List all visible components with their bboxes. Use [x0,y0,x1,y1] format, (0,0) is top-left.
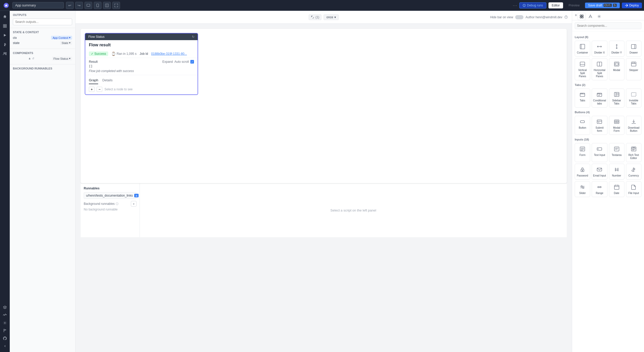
divider-y-component[interactable]: Divider Y [609,41,624,57]
stepper-label: Stepper [629,69,638,78]
vertical-split-component[interactable]: Vertical Split Panes [575,58,590,80]
sidebar-activity-icon[interactable] [1,311,9,319]
divider-x-label: Divider X [594,51,605,54]
desktop-view-button[interactable] [84,2,92,9]
hide-bar-toggle[interactable] [515,15,523,19]
download-button-component[interactable]: Download Button [626,116,641,135]
editor-button[interactable]: Editor [548,2,563,8]
number-component[interactable]: Number [609,164,624,180]
tabs-component[interactable]: Tabs [575,89,590,108]
runnable-item[interactable]: u/henri/tests_documentation_links a [84,192,137,199]
submit-form-component[interactable]: Submit form [592,116,607,135]
svg-point-28 [599,16,600,17]
undo-button[interactable]: ↩ [66,2,74,9]
bg-runnables-info-icon: ⓘ [116,202,118,206]
slider-label: Slider [579,192,586,195]
layout-grid: Container Divider X Divider Y [575,41,641,80]
sidebar-chevron-icon[interactable] [1,342,9,350]
graph-zoom-in[interactable]: + [89,87,95,92]
once-button[interactable]: once ▾ [324,14,339,20]
text-input-component[interactable]: Text Input [592,143,607,162]
topbar: App summary ↩ ↪ ⋯ Debug runs Editor Prev… [0,0,644,11]
sidebar-grid-icon[interactable] [1,22,9,30]
svg-rect-51 [631,93,636,96]
flow-tab-graph[interactable]: Graph [89,77,98,84]
sidebar-settings-icon[interactable] [1,319,9,327]
state-context-title: State & Context [13,31,72,34]
sidebar-home-icon[interactable] [1,13,9,21]
sidebar-tabs-component[interactable]: Sidebar Tabs [609,89,624,108]
svg-rect-88 [614,185,619,189]
stepper-component[interactable]: Stepper [626,58,641,80]
rich-text-editor-component[interactable]: Rich Text Editor [626,143,641,162]
divider-x-component[interactable]: Divider X [592,41,607,57]
save-draft-button[interactable]: Save draft Ctrl S [585,3,620,8]
sidebar-play-icon[interactable] [1,31,9,39]
buttons-grid: Button Submit form Modal Form [575,116,641,135]
graph-zoom-out[interactable]: − [97,87,102,92]
slider-component[interactable]: Slider [575,181,590,197]
sidebar-flag-icon[interactable] [1,327,9,335]
svg-rect-64 [597,148,602,150]
flow-widget-refresh-button[interactable]: ↻ [192,35,194,39]
add-bg-runnable-button[interactable]: + [131,201,137,207]
more-button[interactable]: ⋯ [513,3,517,8]
flow-widget-title: Flow Status [88,35,192,39]
currency-component[interactable]: Currency [626,164,641,180]
debug-runs-button[interactable]: Debug runs [519,2,546,8]
container-component[interactable]: Container [575,41,590,57]
email-input-component[interactable]: Email Input [592,164,607,180]
split-view-button[interactable] [103,2,111,9]
app-title-input[interactable]: App summary [12,2,64,8]
button-component[interactable]: Button [575,116,590,135]
invisible-tabs-component[interactable]: Invisible Tabs [626,89,641,108]
mobile-view-button[interactable] [94,2,101,9]
sidebar-dollar-icon[interactable] [1,41,9,48]
state-badge[interactable]: State ▾ [60,41,72,45]
redo-button[interactable]: ↪ [75,2,83,9]
svg-rect-12 [3,26,5,28]
success-badge: ✓ Success [89,51,108,56]
style-tab[interactable] [586,13,595,20]
conditional-tabs-component[interactable]: Conditional tabs [592,89,607,108]
range-component[interactable]: Range [592,181,607,197]
refresh-indicator[interactable]: (1) [309,14,322,20]
preview-button[interactable]: Preview [565,2,583,8]
drawer-component[interactable]: Drawer [626,41,641,57]
sidebar-users-icon[interactable] [1,50,9,58]
components-tab[interactable] [578,13,586,20]
date-label: Date [614,192,619,195]
job-id-link[interactable]: 0188b0be-319f-1331-80... [151,52,187,56]
flow-status-badge[interactable]: Flow Status ▾ [52,57,72,60]
flow-status-widget: Flow Status ↻ Flow result ✓ Success ⌚ Ra… [85,33,198,95]
fullscreen-button[interactable] [112,2,120,9]
modal-form-component[interactable]: Modal Form [609,116,624,135]
auto-scroll-checkbox[interactable]: ✓ [190,60,194,64]
sidebar-github-icon[interactable] [1,335,9,342]
deploy-button[interactable]: Deploy [622,3,642,8]
sidebar-layers-icon[interactable] [1,304,9,311]
settings-right-tab[interactable] [595,13,603,20]
textarea-icon [613,145,620,153]
range-label: Range [596,192,603,195]
flow-tab-details[interactable]: Details [102,77,113,84]
password-component[interactable]: Password [575,164,590,180]
horizontal-split-component[interactable]: Horizontal Split Panes [592,58,607,80]
add-component-tab[interactable]: + [575,13,577,20]
horizontal-split-label: Horizontal Split Panes [593,69,606,78]
textarea-component[interactable]: Textarea [609,143,624,162]
form-component[interactable]: Form [575,143,590,162]
divider-y-icon [613,43,620,50]
modal-component[interactable]: Modal [609,58,624,80]
svg-rect-33 [631,45,636,49]
range-icon [596,183,603,191]
ctx-badge[interactable]: App Context ▾ [51,36,72,40]
search-components-input[interactable] [575,22,641,29]
tabs-section-title: Tabs (2) [575,83,641,86]
right-panel-tabs: + [572,11,644,20]
search-outputs-input[interactable] [13,19,72,25]
vertical-split-label: Vertical Split Panes [576,69,589,78]
date-component[interactable]: Date [609,181,624,197]
file-input-component[interactable]: File Input [626,181,641,197]
author-info-icon [564,15,568,19]
